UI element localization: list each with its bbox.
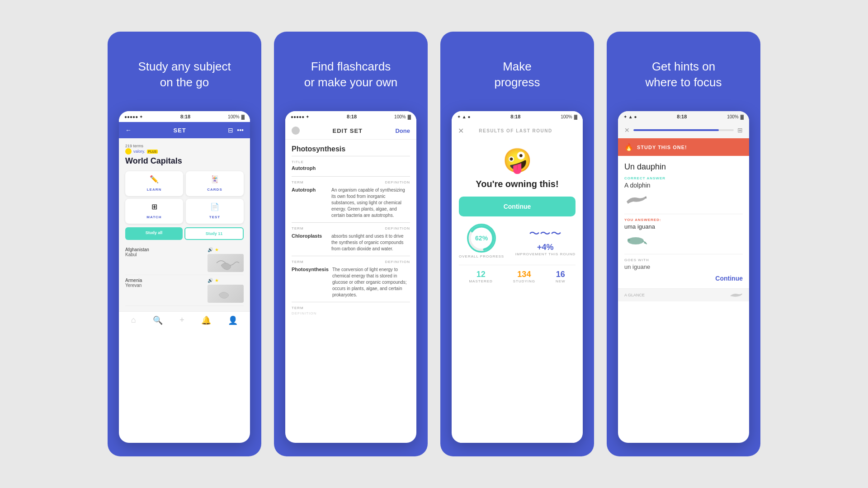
def-text-3: The conversion of light energy to chemic… (332, 267, 410, 298)
study-this-banner: 🔥 STUDY THIS ONE! (618, 138, 749, 156)
done-button[interactable]: Done (395, 127, 410, 134)
map-thumbnail-1 (208, 254, 244, 272)
star-icon-2[interactable]: ★ (215, 278, 219, 283)
correct-answer-label: CORRECT ANSWER (624, 176, 743, 180)
svg-point-3 (627, 239, 630, 241)
close-icon-4[interactable]: ✕ (624, 127, 630, 134)
person-icon[interactable]: 👤 (228, 315, 238, 325)
plus-icon[interactable]: + (179, 315, 184, 325)
term-row-add: TERM DEFINITION (285, 302, 416, 320)
phone-mockup-2: ●●●●● ✦ 8:18 100% ▓ EDIT SET Done Photos… (285, 111, 416, 443)
search-icon[interactable]: 🔍 (153, 315, 163, 325)
new-num: 16 (556, 270, 566, 279)
sound-icon[interactable]: 🔊 (208, 247, 213, 252)
a-glance-label: A GLANCE (624, 293, 645, 297)
match-label: MATCH (146, 215, 161, 219)
more-icon[interactable]: ••• (237, 127, 244, 134)
status-time-1: 8:18 (180, 114, 190, 119)
term-text-1: Autotroph (292, 187, 328, 219)
term-def-pair-3: Photosynthesis The conversion of light e… (292, 267, 410, 298)
card3-header-title: RESULTS OF LAST ROUND (479, 128, 552, 133)
owning-text: You're owning this! (459, 179, 576, 189)
term-label-1: TERM (292, 180, 304, 184)
card4-continue-button[interactable]: Continue (715, 275, 743, 282)
dolphin-icon (624, 192, 743, 209)
card1-phone-header: ← SET ⊟ ••• (119, 122, 250, 138)
progress-fill-4 (633, 129, 719, 131)
grid-icon[interactable]: ⊞ (737, 127, 743, 134)
mode-match[interactable]: ⊞ MATCH (125, 199, 183, 224)
test-label: TEST (209, 215, 220, 219)
home-icon[interactable]: ⌂ (131, 315, 136, 325)
wave-icon: 〜〜〜 (515, 226, 576, 241)
card4-phone-header: ✕ ⊞ (618, 122, 749, 138)
feature-card-flashcards: Find flashcards or make your own ●●●●● ✦… (274, 32, 428, 456)
continue-button[interactable]: Continue (459, 197, 576, 216)
goes-with-value: un iguane (624, 263, 743, 270)
overall-progress-stat: 62% OVERALL PROGRESS (459, 224, 504, 258)
study-11-button[interactable]: Study 11 (184, 227, 244, 240)
improvement-pct: +4% (515, 243, 576, 252)
term-def-pair-2: Chloroplasts absorbs sunlight and uses i… (292, 233, 410, 252)
main-term: Un dauphin (624, 162, 743, 172)
vocab-icons-2: 🔊 ★ (208, 278, 244, 283)
card3-body: 🤪 You're owning this! Continue 62% (452, 140, 583, 295)
feature-card-hints: Get hints on where to focus ✦ ▲ ● 8:18 1… (607, 32, 760, 456)
star-icon[interactable]: ★ (215, 247, 219, 252)
sound-icon-2[interactable]: 🔊 (208, 278, 213, 283)
phone-mockup-4: ✦ ▲ ● 8:18 100% ▓ ✕ ⊞ 🔥 STUDY THIS ONE! (618, 111, 749, 443)
term-row-0: TITLE Autotroph (285, 156, 416, 176)
term-row-2: TERM DEFINITION Chloroplasts absorbs sun… (285, 223, 416, 256)
card2-title: Find flashcards or make your own (304, 59, 398, 95)
vocab-term-1: Afghanistan Kabul (125, 247, 149, 257)
vocab-icons-1: 🔊 ★ (208, 247, 244, 252)
user-info: valory. PLUS (125, 148, 244, 155)
card1-header-icons: ⊟ ••• (228, 127, 244, 134)
bell-icon[interactable]: 🔔 (201, 315, 211, 325)
edit-avatar (292, 127, 300, 135)
term-row-header-2: TERM DEFINITION (292, 226, 410, 232)
vocab-right-2: 🔊 ★ (208, 278, 244, 303)
phone-mockup-1: ●●●●● ✦ 8:18 100% ▓ ← SET ⊟ ••• 219 term… (119, 111, 250, 443)
mode-test[interactable]: 📄 TEST (186, 199, 244, 224)
term-row-header-1: TERM DEFINITION (292, 180, 410, 186)
term-text-3: Photosynthesis (292, 267, 329, 298)
studying-label: STUDYING (513, 279, 535, 283)
avatar (125, 148, 132, 155)
title-label: TITLE (292, 160, 410, 164)
mode-cards[interactable]: 🃏 CARDS (186, 171, 244, 196)
status-bar-2: ●●●●● ✦ 8:18 100% ▓ (285, 111, 416, 122)
study-all-button[interactable]: Study all (125, 227, 183, 240)
bookmark-icon[interactable]: ⊟ (228, 127, 233, 134)
def-text-1: An organism capable of synthesizing its … (331, 187, 410, 219)
mastered-num: 12 (469, 270, 492, 279)
status-right-1: 100% ▓ (228, 114, 245, 119)
term-row-header-3: TERM DEFINITION (292, 260, 410, 265)
iguana-svg (624, 233, 647, 246)
card3-phone-header: ✕ RESULTS OF LAST ROUND (452, 122, 583, 140)
map-image-1 (208, 254, 244, 272)
goes-with-label: GOES WITH (624, 258, 743, 262)
fire-emoji: 🔥 (624, 143, 633, 151)
improvement-stat: 〜〜〜 +4% IMPROVEMENT THIS ROUND (515, 226, 576, 256)
mode-learn[interactable]: ✏️ LEARN (125, 171, 183, 196)
signal-4: ✦ ▲ ● (623, 114, 637, 119)
close-icon-3[interactable]: ✕ (458, 127, 464, 135)
improvement-label: IMPROVEMENT THIS ROUND (515, 252, 576, 256)
studying-count: 134 STUDYING (513, 270, 535, 283)
feature-card-study: Study any subject on the go ●●●●● ✦ 8:18… (108, 32, 261, 456)
overall-label: OVERALL PROGRESS (459, 254, 504, 258)
card3-title: Make progress (494, 59, 540, 95)
correct-answer: A dolphin (624, 182, 743, 189)
dolphin-svg (624, 192, 647, 206)
stats-row: 62% OVERALL PROGRESS 〜〜〜 +4% IMPROVEMENT… (459, 224, 576, 258)
learn-icon: ✏️ (128, 175, 180, 183)
map-thumbnail-2 (208, 285, 244, 303)
svg-point-2 (627, 237, 644, 244)
progress-pct: 62% (475, 235, 488, 242)
signal-dots: ●●●●● ✦ (124, 114, 143, 119)
map-image-2 (208, 285, 244, 303)
bottom-nav-1: ⌂ 🔍 + 🔔 👤 (119, 311, 250, 329)
progress-circle: 62% (467, 224, 496, 253)
back-icon[interactable]: ← (125, 127, 132, 134)
